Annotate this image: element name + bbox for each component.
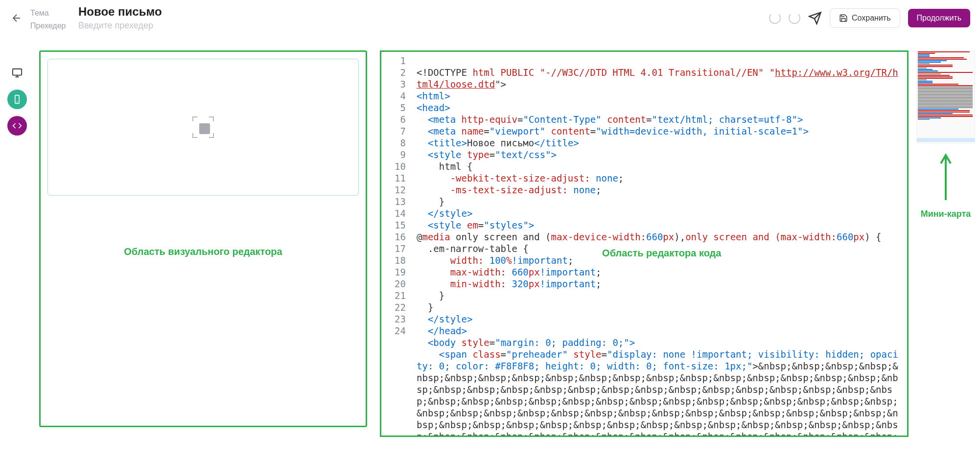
- redo-spinner-icon[interactable]: [789, 12, 800, 24]
- back-button[interactable]: [10, 11, 23, 25]
- code-view-button[interactable]: [7, 116, 27, 136]
- desktop-preview-button[interactable]: [7, 63, 27, 83]
- preheader-row: Прехедер Введите прехедер: [30, 21, 762, 31]
- visual-area-annotation: Область визуального редактора: [41, 246, 366, 257]
- line-number: 1: [381, 55, 406, 67]
- line-number: 17: [381, 243, 406, 254]
- line-gutter: 1 2 3 4 5 6 7 8 9 10 11 12 13 14 15 16 1…: [381, 52, 409, 435]
- minimap-arrow: [936, 151, 956, 205]
- line-number: 7: [381, 125, 406, 137]
- line-number: 15: [381, 219, 406, 231]
- line-number: 5: [381, 102, 406, 114]
- line-number: 19: [381, 266, 406, 278]
- save-label: Сохранить: [852, 14, 891, 23]
- code-editor-panel: Область редактора кода 1 2 3 4 5 6 7 8 9…: [377, 36, 911, 442]
- svg-rect-0: [13, 69, 22, 75]
- visual-editor-panel: Область визуального редактора: [34, 36, 377, 442]
- monitor-icon: [12, 68, 23, 78]
- mobile-preview-button[interactable]: [7, 90, 27, 109]
- line-number: 6: [381, 114, 406, 125]
- line-number: 24: [381, 325, 406, 337]
- title-row: Тема Новое письмо: [30, 5, 762, 19]
- line-number: 10: [381, 160, 406, 172]
- preheader-input[interactable]: Введите прехедер: [78, 21, 153, 31]
- sidebar: [0, 36, 34, 442]
- workspace: Область визуального редактора Область ре…: [0, 36, 980, 442]
- letter-title[interactable]: Новое письмо: [78, 5, 162, 19]
- minimap[interactable]: [916, 50, 975, 143]
- line-number: 21: [381, 290, 406, 301]
- undo-spinner-icon[interactable]: [769, 12, 781, 24]
- arrow-left-icon: [11, 12, 23, 24]
- floppy-icon: [839, 14, 848, 23]
- continue-button[interactable]: Продолжить: [908, 9, 970, 27]
- code-text[interactable]: <!DOCTYPE html PUBLIC "-//W3C//DTD HTML …: [409, 52, 907, 435]
- line-number: 22: [381, 301, 406, 313]
- send-button[interactable]: [808, 11, 822, 25]
- arrow-up-icon: [936, 151, 956, 205]
- line-number: 4: [381, 90, 406, 102]
- line-number: 3: [381, 78, 406, 90]
- theme-label: Тема: [30, 9, 70, 18]
- continue-label: Продолжить: [917, 14, 961, 23]
- minimap-annotation: Мини-карта: [921, 209, 971, 219]
- visual-editor-box[interactable]: Область визуального редактора: [39, 50, 367, 427]
- preheader-label: Прехедер: [30, 22, 70, 30]
- line-number: 12: [381, 184, 406, 196]
- line-number: 2: [381, 67, 406, 78]
- line-number: 20: [381, 278, 406, 290]
- line-number: 18: [381, 254, 406, 266]
- save-button[interactable]: Сохранить: [830, 8, 900, 28]
- header-fields: Тема Новое письмо Прехедер Введите прехе…: [30, 5, 762, 31]
- line-number: 16: [381, 231, 406, 243]
- header-actions: Сохранить Продолжить: [769, 8, 970, 28]
- code-editor-box[interactable]: Область редактора кода 1 2 3 4 5 6 7 8 9…: [380, 50, 909, 437]
- mobile-icon: [12, 94, 22, 104]
- line-number: 23: [381, 313, 406, 325]
- header: Тема Новое письмо Прехедер Введите прехе…: [0, 0, 980, 36]
- code-area-annotation: Область редактора кода: [602, 248, 721, 259]
- line-number: 9: [381, 149, 406, 160]
- send-icon: [808, 11, 822, 25]
- line-number: 13: [381, 196, 406, 207]
- code-icon: [12, 121, 22, 131]
- image-placeholder-icon: [192, 116, 214, 138]
- dropzone[interactable]: [47, 59, 359, 196]
- line-number: 8: [381, 137, 406, 149]
- minimap-panel: Мини-карта: [911, 36, 980, 442]
- line-number: 11: [381, 172, 406, 184]
- line-number: 14: [381, 207, 406, 219]
